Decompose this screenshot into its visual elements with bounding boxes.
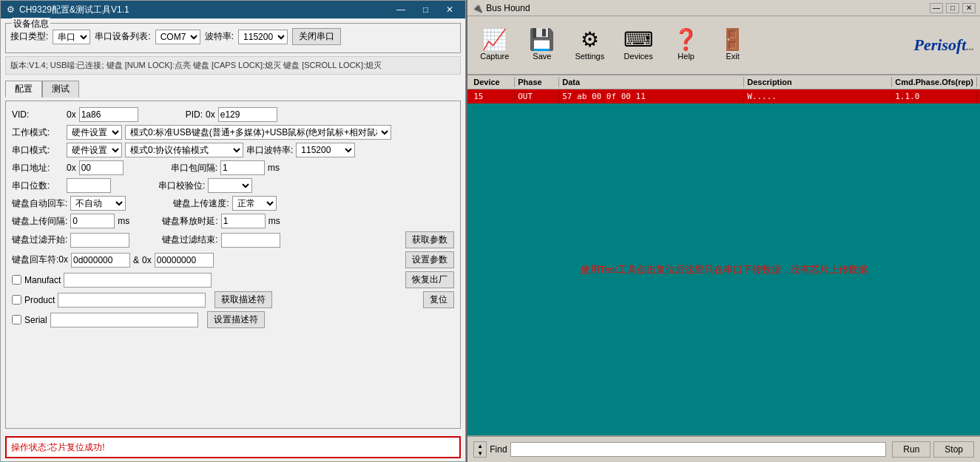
kb-filter-end-input[interactable] bbox=[221, 233, 280, 248]
right-maximize-button[interactable]: □ bbox=[946, 3, 959, 13]
baud-label: 串口波特率: bbox=[246, 144, 293, 157]
capture-button[interactable]: 📈 Capture bbox=[473, 26, 516, 64]
tab-config[interactable]: 配置 bbox=[5, 81, 42, 98]
serial-row: Serial 设置描述符 bbox=[12, 311, 454, 328]
settings-button[interactable]: ⚙ Settings bbox=[568, 26, 611, 64]
close-button[interactable]: ✕ bbox=[440, 3, 459, 16]
serial-checkbox[interactable] bbox=[12, 315, 21, 325]
bottom-buttons: Run Stop bbox=[892, 441, 974, 458]
set-params-button[interactable]: 设置参数 bbox=[405, 251, 454, 268]
perisoft-dots: ... bbox=[967, 41, 975, 52]
kb-filter-start-input[interactable] bbox=[70, 233, 129, 248]
minimize-button[interactable]: — bbox=[391, 3, 411, 16]
pid-prefix: 0x bbox=[206, 109, 215, 120]
left-content: 设备信息 接口类型: 串口 USB 串口设备列表: COM7 波特率: 1152… bbox=[1, 18, 465, 433]
data-header: Device Phase Data Description Cmd.Phase.… bbox=[467, 75, 980, 89]
kb-delay-label: 键盘释放时延: bbox=[162, 215, 217, 228]
port-bits-input[interactable] bbox=[67, 178, 111, 193]
find-up-button[interactable]: ▲ bbox=[474, 442, 486, 449]
kb-return-row: 键盘回车符:0x & 0x 设置参数 bbox=[12, 251, 454, 268]
vid-prefix: 0x bbox=[67, 109, 76, 120]
right-panel: 🔌 Bus Hound — □ ✕ 📈 Capture 💾 Save ⚙ Set… bbox=[466, 0, 980, 462]
find-input[interactable] bbox=[510, 442, 887, 457]
exit-icon: 🚪 bbox=[720, 30, 746, 50]
find-down-button[interactable]: ▼ bbox=[474, 449, 486, 457]
port-mode-select[interactable]: 硬件设置 bbox=[67, 143, 122, 157]
pid-input[interactable] bbox=[218, 107, 277, 122]
restore-button[interactable]: 恢复出厂 bbox=[405, 271, 454, 288]
help-button[interactable]: ❓ Help bbox=[666, 26, 706, 64]
help-icon: ❓ bbox=[673, 30, 699, 50]
vid-pid-row: VID: 0x PID: 0x bbox=[12, 107, 454, 122]
serial-label: Serial bbox=[24, 315, 47, 325]
devices-button[interactable]: ⌨ Devices bbox=[617, 26, 660, 64]
row-device: 15 bbox=[470, 91, 515, 102]
kb-speed-select[interactable]: 正常 快速 bbox=[232, 196, 277, 211]
kb-delay-unit: ms bbox=[268, 216, 280, 226]
work-mode-select[interactable]: 硬件设置 软件设置 bbox=[67, 125, 122, 140]
vid-input[interactable] bbox=[79, 107, 138, 122]
device-info-label: 设备信息 bbox=[12, 18, 50, 30]
get-params-button[interactable]: 获取参数 bbox=[405, 231, 454, 248]
right-close-button[interactable]: ✕ bbox=[962, 3, 976, 13]
right-minimize-button[interactable]: — bbox=[930, 3, 943, 13]
capture-icon: 📈 bbox=[481, 30, 507, 50]
port-type-select[interactable]: 串口 USB bbox=[53, 30, 90, 44]
header-cmd: Cmd.Phase.Ofs(rep) bbox=[892, 77, 977, 87]
work-mode-desc-select[interactable]: 模式0:标准USB键盘(普通+多媒体)+USB鼠标(绝对鼠标+相对鼠标) bbox=[125, 125, 391, 140]
manufact-checkbox[interactable] bbox=[12, 275, 21, 285]
kb-interval-input[interactable] bbox=[70, 214, 115, 228]
port-addr-input[interactable] bbox=[79, 160, 124, 175]
data-area: Device Phase Data Description Cmd.Phase.… bbox=[467, 75, 980, 435]
app-icon: ⚙ bbox=[7, 4, 15, 15]
port-addr-prefix: 0x bbox=[67, 163, 76, 173]
run-button[interactable]: Run bbox=[892, 441, 930, 458]
product-input[interactable] bbox=[58, 293, 206, 308]
interval-input[interactable] bbox=[220, 160, 265, 175]
port-mode-desc-select[interactable]: 模式0:协议传输模式 bbox=[125, 143, 243, 157]
perisoft-logo: Perisoft... bbox=[914, 35, 974, 55]
save-button[interactable]: 💾 Save bbox=[521, 26, 562, 64]
settings-label: Settings bbox=[575, 52, 604, 61]
header-description: Description bbox=[744, 77, 892, 87]
maximize-button[interactable]: □ bbox=[417, 3, 434, 16]
right-title: Bus Hound bbox=[486, 3, 530, 13]
kb-filter-end-label: 键盘过滤结束: bbox=[162, 234, 217, 246]
serial-input[interactable] bbox=[50, 313, 198, 327]
checksum-select[interactable] bbox=[208, 178, 252, 193]
device-list-select[interactable]: COM7 bbox=[155, 30, 200, 44]
stop-button[interactable]: Stop bbox=[933, 441, 974, 458]
find-area: ▲ ▼ Find bbox=[473, 441, 886, 458]
kb-auto-select[interactable]: 不自动 自动 bbox=[70, 196, 126, 211]
port-bits-label: 串口位数: bbox=[12, 180, 64, 192]
kb-interval-label: 键盘上传间隔: bbox=[12, 215, 67, 228]
tab-test[interactable]: 测试 bbox=[42, 81, 79, 98]
get-desc-button[interactable]: 获取描述符 bbox=[214, 291, 272, 308]
device-info-section: 设备信息 接口类型: 串口 USB 串口设备列表: COM7 波特率: 1152… bbox=[5, 23, 461, 53]
exit-label: Exit bbox=[726, 52, 739, 61]
status-text: 操作状态:芯片复位成功! bbox=[11, 441, 105, 454]
product-checkbox[interactable] bbox=[12, 295, 21, 305]
baud-select[interactable]: 115200 9600 bbox=[296, 143, 355, 157]
bottom-bar: ▲ ▼ Find Run Stop bbox=[467, 435, 980, 462]
reset-button[interactable]: 复位 bbox=[423, 291, 454, 308]
devices-label: Devices bbox=[624, 52, 653, 61]
tabs: 配置 测试 bbox=[5, 81, 461, 98]
capture-label: Capture bbox=[480, 52, 509, 61]
checksum-label: 串口校验位: bbox=[158, 180, 205, 192]
info-bar: 版本:V1.4; USB端:已连接; 键盘 [NUM LOCK]:点亮 键盘 [… bbox=[5, 56, 461, 75]
kb-delay-input[interactable] bbox=[221, 214, 266, 228]
manufact-input[interactable] bbox=[64, 273, 212, 288]
kb-return-input2[interactable] bbox=[155, 253, 214, 268]
save-icon: 💾 bbox=[529, 30, 555, 50]
kb-return-input[interactable] bbox=[71, 253, 130, 268]
row-phase: OUT bbox=[515, 91, 559, 102]
kb-interval-row: 键盘上传间隔: ms 键盘释放时延: ms bbox=[12, 214, 454, 228]
kb-filter-start-label: 键盘过滤开始: bbox=[12, 234, 67, 246]
close-port-button[interactable]: 关闭串口 bbox=[292, 28, 341, 45]
baud-rate-select[interactable]: 115200 9600 bbox=[238, 30, 288, 44]
set-desc-button[interactable]: 设置描述符 bbox=[207, 311, 265, 328]
kb-speed-label: 键盘上传速度: bbox=[173, 197, 229, 210]
left-title-bar: ⚙ CH9329配置&测试工具V1.1 — □ ✕ bbox=[1, 1, 465, 18]
exit-button[interactable]: 🚪 Exit bbox=[712, 26, 753, 64]
